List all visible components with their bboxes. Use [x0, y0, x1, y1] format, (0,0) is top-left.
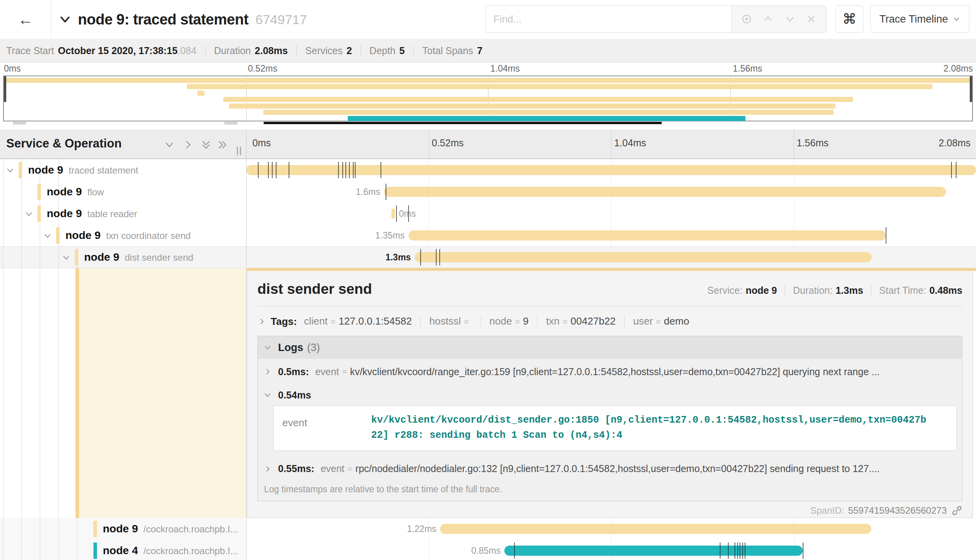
detail-span-color-band: [76, 268, 79, 518]
span-bar-row[interactable]: 0ms: [246, 203, 976, 225]
tree-chevron-down-icon[interactable]: [43, 231, 52, 241]
stat-label: Total Spans: [422, 45, 473, 56]
collapse-all-icon[interactable]: [200, 139, 212, 151]
back-button[interactable]: ←: [0, 0, 51, 39]
keyboard-shortcuts-button[interactable]: ⌘: [835, 5, 863, 33]
span-bar-row[interactable]: 1.6ms: [246, 181, 976, 203]
log-marker-tick: [276, 162, 277, 178]
collapse-one-icon[interactable]: [164, 139, 175, 151]
service-name: node 9dist sender send: [84, 251, 193, 263]
log-entry-collapsed[interactable]: 0.55ms: event = rpc/nodedialer/nodediale…: [258, 456, 962, 482]
tag-item: txn=00427b22: [546, 315, 616, 327]
command-icon: ⌘: [842, 11, 856, 27]
tag-value: 00427b22: [571, 315, 616, 327]
find-input[interactable]: [485, 5, 731, 33]
span-duration-bar[interactable]: [391, 209, 395, 219]
trace-minimap[interactable]: [3, 75, 973, 121]
span-detail-panel: dist sender send Service:node 9Duration:…: [247, 271, 973, 518]
tag-item: node=9: [490, 315, 529, 327]
span-tree-item[interactable]: node 9traced statement: [0, 159, 246, 181]
log-timestamp: 0.54ms: [278, 390, 311, 401]
logs-header[interactable]: Logs (3): [258, 336, 962, 359]
minimap-span-bar: [187, 84, 932, 89]
service-color-bar: [93, 521, 97, 537]
minimap-left-handle[interactable]: [4, 76, 6, 102]
spanid-row: SpanID: 5597415943526560273: [257, 505, 962, 516]
span-duration-bar[interactable]: [415, 252, 872, 262]
log-field-key: event: [321, 463, 344, 474]
minimap-tick-label: 1.56ms: [733, 63, 762, 74]
minimap-right-handle[interactable]: [970, 76, 972, 102]
stat-label: Depth: [370, 45, 396, 56]
operation-name: traced statement: [69, 165, 138, 176]
minimap-scrubber-right[interactable]: [224, 122, 238, 125]
timeline-tick-label: 0.52ms: [432, 137, 464, 149]
view-button-label: Trace Timeline: [879, 13, 948, 25]
detail-meta-value: node 9: [745, 285, 777, 296]
log-field-key: event: [315, 366, 339, 377]
service-name: node 9flow: [47, 186, 104, 198]
timeline-header-gridline: [611, 130, 611, 159]
timeline-header-gridline: [794, 130, 794, 159]
span-tree-item[interactable]: node 9txn coordinator send: [0, 225, 246, 246]
collapse-chevron-icon[interactable]: [58, 13, 72, 26]
span-bar-row[interactable]: 1.22ms: [246, 518, 976, 540]
trace-view-selector-button[interactable]: Trace Timeline: [870, 5, 969, 33]
link-icon[interactable]: [951, 505, 962, 516]
span-detail-row: dist sender send Service:node 9Duration:…: [0, 268, 976, 518]
minimap-span-bar: [229, 104, 835, 109]
clear-search-icon[interactable]: [805, 12, 818, 26]
locate-icon[interactable]: [740, 12, 753, 26]
minimap-span-bar: [223, 97, 853, 102]
log-timestamp: 0.55ms:: [278, 463, 314, 474]
expand-all-icon[interactable]: [217, 139, 228, 151]
tree-chevron-down-icon[interactable]: [5, 166, 15, 175]
operation-name: txn coordinator send: [106, 230, 190, 241]
span-duration-label: 1.6ms: [356, 187, 381, 197]
log-marker-tick: [353, 162, 354, 178]
log-marker-tick: [728, 542, 729, 559]
tag-item: client=127.0.0.1:54582: [304, 315, 412, 327]
span-bar-row[interactable]: 1.35ms: [246, 225, 976, 246]
equals-sign: =: [464, 317, 469, 327]
log-entry-expanded-header[interactable]: 0.54ms: [258, 384, 962, 406]
detail-meta-label: Service:: [707, 285, 742, 296]
viewport-scrollbar[interactable]: [264, 122, 662, 124]
span-duration-bar[interactable]: [440, 524, 871, 534]
prev-match-icon[interactable]: [761, 12, 775, 26]
equals-sign: =: [342, 367, 347, 376]
next-match-icon[interactable]: [783, 12, 796, 26]
span-row: node 9dist sender send1.3ms: [0, 246, 976, 268]
span-bar-row[interactable]: 0.85ms: [246, 540, 976, 560]
span-duration-bar[interactable]: [384, 187, 946, 197]
span-detail-title: dist sender send: [257, 281, 372, 297]
span-tree-item[interactable]: node 9/cockroach.roachpb.I...: [0, 518, 246, 540]
span-tree-item[interactable]: node 9dist sender send: [0, 246, 246, 268]
log-marker-tick: [745, 542, 745, 559]
log-entry-collapsed[interactable]: 0.5ms: event = kv/kvclient/kvcoord/range…: [258, 359, 962, 384]
stat-value: October 15 2020, 17:38:15: [58, 45, 178, 56]
log-marker-tick: [272, 162, 273, 178]
span-bar-row[interactable]: [246, 159, 976, 181]
span-tree-item[interactable]: node 9flow: [0, 181, 246, 203]
log-marker-tick: [742, 542, 743, 559]
stat-value: 2.08ms: [255, 45, 288, 56]
span-row: node 9/cockroach.roachpb.I...1.22ms: [0, 518, 976, 540]
logs-block: Logs (3) 0.5ms: event = kv/kvclient/kvco…: [257, 336, 962, 501]
log-marker-tick: [720, 542, 721, 559]
span-duration-bar[interactable]: [409, 230, 886, 241]
minimap-span-bar: [4, 78, 972, 83]
tags-row[interactable]: Tags: client=127.0.0.1:54582hostssl=node…: [257, 312, 962, 330]
span-bar-row[interactable]: 1.3ms: [246, 246, 976, 268]
tree-chevron-down-icon[interactable]: [62, 253, 71, 262]
column-resizer[interactable]: [237, 147, 241, 155]
span-tree-item[interactable]: node 4/cockroach.roachpb.I...: [0, 540, 246, 560]
service-name: node 9table reader: [47, 207, 137, 220]
span-tree-item[interactable]: node 9table reader: [0, 203, 246, 225]
expand-one-icon[interactable]: [182, 139, 194, 151]
service-color-bar: [75, 249, 78, 265]
span-duration-bar[interactable]: [504, 546, 803, 556]
stat-label: Duration: [214, 45, 251, 56]
tree-chevron-down-icon[interactable]: [24, 209, 33, 219]
minimap-scrubber-left[interactable]: [13, 122, 26, 125]
